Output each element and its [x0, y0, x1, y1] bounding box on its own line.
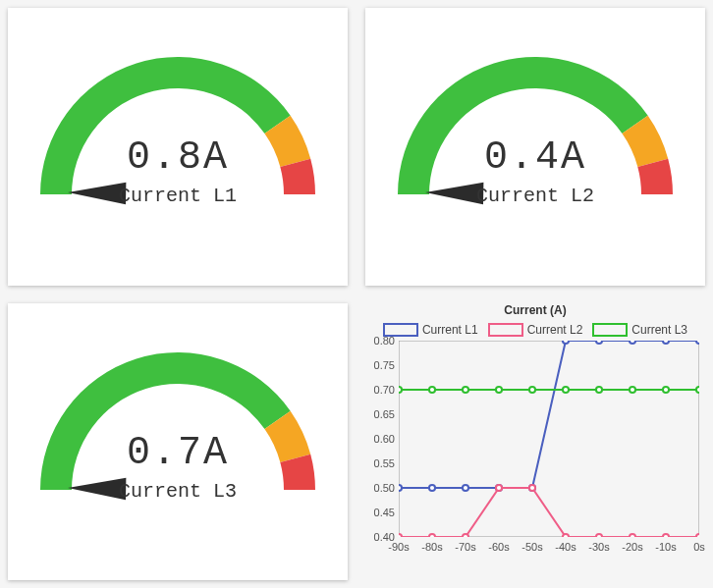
legend-item[interactable]: Current L2 [488, 323, 583, 337]
legend-label: Current L1 [422, 323, 478, 337]
chart-legend: Current L1Current L2Current L3 [365, 323, 705, 337]
data-point[interactable] [529, 387, 535, 393]
svg-rect-3 [399, 341, 699, 537]
data-point[interactable] [696, 387, 699, 393]
legend-item[interactable]: Current L1 [383, 323, 478, 337]
x-tick: -30s [588, 541, 609, 553]
y-tick: 0.45 [365, 507, 395, 518]
series-line [399, 341, 699, 488]
x-tick: -10s [655, 541, 676, 553]
data-point[interactable] [696, 341, 699, 344]
gauge-label-l2: Current L2 [365, 185, 705, 207]
legend-label: Current L2 [527, 323, 583, 337]
x-tick: -80s [421, 541, 442, 553]
data-point[interactable] [663, 534, 669, 537]
y-tick: 0.50 [365, 482, 395, 494]
data-point[interactable] [663, 341, 669, 344]
data-point[interactable] [563, 534, 569, 537]
dashboard-grid: 0.8A Current L1 0.4A Current L2 0.7A Cur… [0, 0, 713, 588]
legend-label: Current L3 [631, 323, 687, 337]
series-line [399, 488, 699, 537]
data-point[interactable] [429, 534, 435, 537]
data-point[interactable] [630, 387, 635, 393]
y-tick: 0.80 [365, 335, 395, 347]
data-point[interactable] [399, 387, 402, 393]
gauge-label-l3: Current L3 [8, 480, 348, 503]
gauge-arc-l1 [11, 8, 345, 214]
data-point[interactable] [429, 387, 435, 393]
y-tick: 0.70 [365, 384, 395, 396]
chart-title: Current (A) [365, 303, 705, 317]
data-point[interactable] [429, 485, 435, 491]
y-tick: 0.55 [365, 457, 395, 469]
data-point[interactable] [630, 341, 635, 344]
gauge-value-l1: 0.8A [8, 135, 348, 180]
legend-item[interactable]: Current L3 [592, 323, 687, 337]
data-point[interactable] [496, 485, 502, 491]
data-point[interactable] [399, 534, 402, 537]
y-tick: 0.65 [365, 408, 395, 420]
data-point[interactable] [596, 341, 602, 344]
gauge-label-l1: Current L1 [8, 185, 348, 207]
x-tick: -70s [455, 541, 475, 553]
data-point[interactable] [563, 341, 569, 344]
x-tick: -40s [555, 541, 576, 553]
gauge-value-l2: 0.4A [365, 135, 705, 180]
data-point[interactable] [563, 387, 569, 393]
gauge-arc-l3 [11, 303, 345, 509]
data-point[interactable] [496, 387, 502, 393]
data-point[interactable] [596, 387, 602, 393]
gauge-card-l2: 0.4A Current L2 [365, 8, 705, 286]
chart-plot-area: 0.400.450.500.550.600.650.700.750.80-90s… [399, 341, 699, 537]
data-point[interactable] [630, 534, 635, 537]
y-tick: 0.75 [365, 359, 395, 371]
x-tick: -50s [521, 541, 542, 553]
x-tick: 0s [693, 541, 705, 553]
data-point[interactable] [399, 485, 402, 491]
gauge-card-l3: 0.7A Current L3 [8, 303, 348, 581]
data-point[interactable] [696, 534, 699, 537]
data-point[interactable] [529, 485, 535, 491]
x-tick: -90s [388, 541, 409, 553]
legend-swatch [488, 323, 523, 337]
data-point[interactable] [663, 387, 669, 393]
y-tick: 0.60 [365, 433, 395, 445]
gauge-arc-l2 [368, 8, 702, 214]
x-tick: -20s [622, 541, 642, 553]
gauge-value-l3: 0.7A [8, 431, 348, 475]
data-point[interactable] [463, 534, 468, 537]
current-chart: Current (A) Current L1Current L2Current … [365, 303, 705, 581]
data-point[interactable] [596, 534, 602, 537]
data-point[interactable] [463, 387, 468, 393]
x-tick: -60s [488, 541, 509, 553]
data-point[interactable] [463, 485, 468, 491]
gauge-card-l1: 0.8A Current L1 [8, 8, 348, 286]
legend-swatch [592, 323, 628, 337]
